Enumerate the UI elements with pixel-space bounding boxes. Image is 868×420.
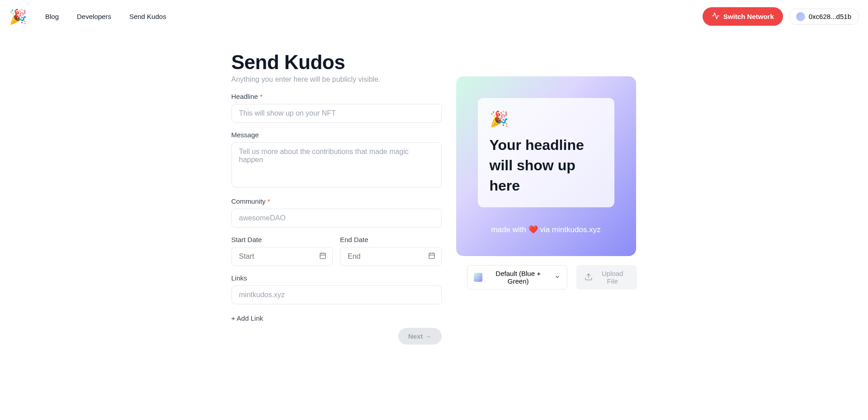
nav-link-send-kudos[interactable]: Send Kudos [129,13,166,20]
message-label: Message [231,131,442,139]
switch-network-button[interactable]: Switch Network [703,7,783,26]
theme-select[interactable]: Default (Blue + Green) [467,265,567,289]
preview-inner: 🎉 Your headline will show up here [478,98,614,207]
message-group: Message [231,131,442,189]
start-date-input[interactable] [231,247,333,266]
main-header: 🎉 Blog Developers Send Kudos Switch Netw… [0,0,868,33]
community-group: Community * [231,197,442,228]
start-date-label: Start Date [231,236,333,243]
preview-card: 🎉 Your headline will show up here made w… [456,76,636,256]
links-group: Links [231,274,442,304]
wallet-button[interactable]: 0xc628...d51b [788,9,859,25]
activity-icon [712,12,720,21]
header-left: 🎉 Blog Developers Send Kudos [9,9,166,24]
chevron-down-icon [554,274,561,281]
add-link-button[interactable]: + Add Link [231,314,263,322]
date-row: Start Date End Date [231,236,442,266]
preview-footer: made with ❤️ via mintkudos.xyz [478,225,614,234]
end-date-group: End Date [340,236,442,266]
party-popper-icon: 🎉 [490,110,603,128]
headline-group: Headline * [231,93,442,123]
logo-icon[interactable]: 🎉 [9,9,27,24]
page-title: Send Kudos [231,51,442,74]
next-button[interactable]: Next → [398,328,442,345]
nav-link-blog[interactable]: Blog [45,13,59,20]
wallet-avatar-icon [796,12,805,21]
upload-file-button[interactable]: Upload File [576,265,637,289]
wallet-address: 0xc628...d51b [809,13,851,20]
preview-column: 🎉 Your headline will show up here made w… [456,51,637,345]
switch-network-label: Switch Network [723,13,774,20]
preview-controls: Default (Blue + Green) Upload File [467,265,637,289]
upload-icon [585,273,593,282]
community-label: Community * [231,197,442,205]
end-date-input[interactable] [340,247,442,266]
nav-link-developers[interactable]: Developers [77,13,111,20]
page-subtitle: Anything you enter here will be publicly… [231,75,442,84]
upload-label: Upload File [596,270,629,285]
headline-input[interactable] [231,104,442,123]
message-input[interactable] [231,142,442,187]
header-right: Switch Network 0xc628...d51b [703,7,859,26]
start-date-group: Start Date [231,236,333,266]
nav-links: Blog Developers Send Kudos [45,13,166,20]
links-label: Links [231,274,442,282]
community-input[interactable] [231,209,442,228]
theme-swatch-icon [474,273,482,282]
main-content: Send Kudos Anything you enter here will … [145,33,723,363]
headline-label: Headline * [231,93,442,100]
end-date-label: End Date [340,236,442,243]
form-column: Send Kudos Anything you enter here will … [231,51,442,345]
theme-label: Default (Blue + Green) [486,270,551,285]
links-input[interactable] [231,285,442,304]
preview-headline: Your headline will show up here [490,135,603,196]
